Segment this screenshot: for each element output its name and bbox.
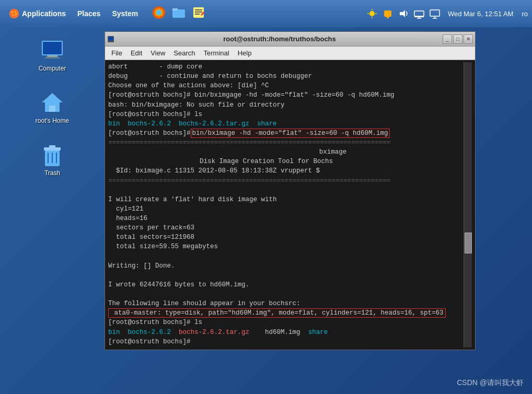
line-bash-error: bash: bin/bximgage: No such file or dire… xyxy=(108,100,464,110)
svg-rect-12 xyxy=(195,9,202,10)
line-debug: debug - continue and return to bochs deb… xyxy=(108,72,464,81)
svg-point-16 xyxy=(369,11,375,16)
close-button[interactable]: ✕ xyxy=(464,34,473,44)
line-sectors: sectors per track=63 xyxy=(108,223,464,233)
svg-rect-34 xyxy=(45,57,60,59)
notify-icon xyxy=(382,8,394,19)
volume-icon[interactable] xyxy=(398,8,409,19)
line-create-msg: I will create a 'flat' hard disk image w… xyxy=(108,195,464,204)
line-ls2: [root@ostruth bochs]# ls xyxy=(108,318,464,327)
sun-icon xyxy=(366,8,378,19)
svg-point-1 xyxy=(11,11,14,13)
taskbar: Applications Places System xyxy=(0,0,532,27)
svg-marker-22 xyxy=(386,17,389,19)
display-icon[interactable] xyxy=(429,8,441,19)
svg-marker-23 xyxy=(400,10,405,17)
network-icon[interactable] xyxy=(413,8,425,19)
line-sep2: ========================================… xyxy=(108,176,464,186)
line-prompt2: [root@ostruth bochs]# xyxy=(108,346,464,347)
svg-rect-36 xyxy=(49,106,55,112)
svg-point-8 xyxy=(156,10,161,15)
svg-rect-14 xyxy=(195,14,200,15)
line-wrote: I wrote 62447616 bytes to hd60M.img. xyxy=(108,280,464,289)
menu-view[interactable]: View xyxy=(146,48,169,58)
svg-point-4 xyxy=(13,14,14,16)
svg-rect-21 xyxy=(384,10,391,17)
menu-help[interactable]: Help xyxy=(234,48,256,58)
terminal-menubar: File Edit View Search Terminal Help xyxy=(105,47,475,60)
line-ls2-result: bin bochs-2.6.2 bochs-2.6.2.tar.gz hd60M… xyxy=(108,328,464,337)
line-bximage-cmd-boxed: [root@ostruth bochs]#bin/bximage -hd -mo… xyxy=(108,129,464,138)
taskbar-right: Wed Mar 6, 12:51 AM ro xyxy=(366,8,528,19)
line-ls1-result: bin bochs-2.6.2 bochs-2.6.2.tar.gz share xyxy=(108,119,464,129)
taskbar-user: ro xyxy=(522,10,528,18)
applications-menu[interactable]: Applications xyxy=(4,6,70,21)
line-ata: ata0-master: type=disk, path="hd60M.img"… xyxy=(108,308,464,318)
desktop-icon-computer[interactable]: Computer xyxy=(31,38,73,72)
line-blank4 xyxy=(108,289,464,299)
terminal-body[interactable]: abort - dump core debug - continue and r… xyxy=(105,60,475,350)
menu-terminal[interactable]: Terminal xyxy=(200,48,234,58)
line-blank3 xyxy=(108,271,464,280)
svg-point-5 xyxy=(15,15,16,16)
desktop-icon-home[interactable]: root's Home xyxy=(31,90,73,124)
trash-icon-label: Trash xyxy=(44,169,60,177)
line-blank2 xyxy=(108,252,464,261)
terminal-content: abort - dump core debug - continue and r… xyxy=(108,62,464,347)
places-menu[interactable]: Places xyxy=(73,7,105,20)
desktop-icon-trash[interactable]: Trash xyxy=(31,142,73,177)
firefox-icon[interactable] xyxy=(152,5,166,22)
scroll-track[interactable] xyxy=(465,67,472,342)
terminal-scrollbar[interactable] xyxy=(464,62,472,347)
computer-icon-label: Computer xyxy=(39,65,66,72)
line-abort: abort - dump core xyxy=(108,62,464,72)
line-prompt1: [root@ostruth bochs]# xyxy=(108,337,464,346)
line-cyl: cyl=121 xyxy=(108,204,464,214)
line-total-sectors: total sectors=121968 xyxy=(108,233,464,242)
svg-rect-32 xyxy=(43,42,62,54)
terminal-window: root@ostruth:/home/truthos/bochs _ □ ✕ F… xyxy=(105,31,476,350)
places-label: Places xyxy=(77,9,100,18)
line-writing: Writing: [] Done. xyxy=(108,261,464,271)
terminal-icon-small xyxy=(107,36,114,43)
taskbar-time: Wed Mar 6, 12:51 AM xyxy=(448,10,514,18)
scroll-thumb[interactable] xyxy=(465,233,472,253)
menu-search[interactable]: Search xyxy=(169,48,199,58)
menu-file[interactable]: File xyxy=(107,48,126,58)
system-menu[interactable]: System xyxy=(108,7,142,20)
applications-label: Applications xyxy=(22,9,66,18)
watermark: CSDN @请叫我大虾 xyxy=(457,378,524,388)
terminal-title: root@ostruth:/home/truthos/bochs xyxy=(118,35,442,43)
desktop: Computer root's Home Trash xyxy=(0,27,532,394)
svg-rect-24 xyxy=(414,11,424,16)
minimize-button[interactable]: _ xyxy=(443,34,452,44)
home-icon-label: root's Home xyxy=(36,117,69,124)
svg-rect-9 xyxy=(172,9,185,18)
svg-rect-44 xyxy=(108,37,113,41)
line-blank1 xyxy=(108,186,464,195)
system-label: System xyxy=(112,9,138,18)
folder-icon[interactable] xyxy=(171,5,186,22)
line-choose: Choose one of the actions above: [die] ^… xyxy=(108,81,464,90)
svg-rect-39 xyxy=(49,145,55,148)
line-bximage-title: bximage xyxy=(108,147,464,157)
svg-point-2 xyxy=(14,10,16,12)
line-ls1: [root@ostruth bochs]# ls xyxy=(108,110,464,119)
svg-point-3 xyxy=(15,13,17,14)
line-total-size: total size=59.55 megabytes xyxy=(108,242,464,251)
line-bximage-id: $Id: bximage.c 11315 2012-08-05 18:13:38… xyxy=(108,166,464,176)
edit-icon[interactable] xyxy=(191,5,206,22)
terminal-titlebar: root@ostruth:/home/truthos/bochs _ □ ✕ xyxy=(105,32,475,47)
line-bximgage-cmd: [root@ostruth bochs]# bin/bximgage -hd -… xyxy=(108,90,464,100)
line-bximage-subtitle: Disk Image Creation Tool for Bochs xyxy=(108,157,464,166)
svg-rect-13 xyxy=(195,11,202,13)
maximize-button[interactable]: □ xyxy=(453,34,462,44)
svg-rect-33 xyxy=(47,55,57,57)
svg-point-0 xyxy=(9,9,19,18)
svg-rect-10 xyxy=(172,8,178,10)
line-heads: heads=16 xyxy=(108,214,464,223)
svg-rect-28 xyxy=(430,10,440,16)
line-following: The following line should appear in your… xyxy=(108,299,464,308)
menu-edit[interactable]: Edit xyxy=(126,48,146,58)
taskbar-left: Applications Places System xyxy=(4,5,206,22)
